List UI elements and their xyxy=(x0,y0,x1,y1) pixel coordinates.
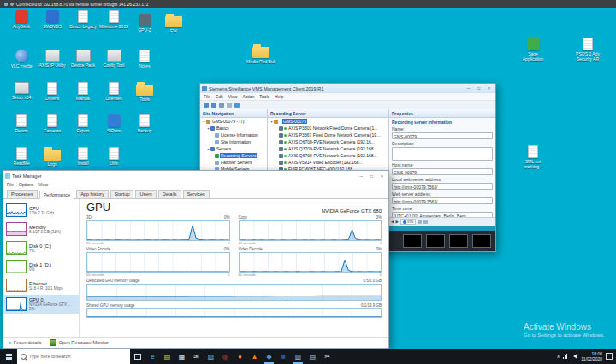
notification-center-icon[interactable] xyxy=(606,353,613,360)
tray-chevron-up-icon[interactable]: ∧ xyxy=(557,354,560,359)
tree-item[interactable]: ▾ Basics xyxy=(200,125,267,132)
camera-preview-thumb[interactable] xyxy=(449,234,468,248)
close-icon[interactable]: × xyxy=(484,85,494,92)
device-tree-item[interactable]: AXIS Q6708-PVE Network Camera (192.16... xyxy=(268,138,388,145)
task-manager-menu-item[interactable]: View xyxy=(38,182,48,187)
search-input[interactable] xyxy=(29,354,127,359)
task-manager-tab[interactable]: Startup xyxy=(110,190,134,198)
property-value[interactable]: http://gms-00079:7563/ xyxy=(392,197,493,204)
desktop-icon[interactable]: Manual xyxy=(68,82,98,101)
task-manager-menu-item[interactable]: File xyxy=(7,182,14,187)
desktop-icon[interactable]: SWDVD5 xyxy=(38,10,67,29)
desktop-icon[interactable]: Bosch Legacy xyxy=(68,10,98,29)
tree-item[interactable]: Failover Servers xyxy=(200,159,267,166)
desktop-icon[interactable]: VLC media xyxy=(7,50,36,68)
desktop-icon[interactable]: ReadMe xyxy=(7,147,36,166)
minimize-icon[interactable]: ─ xyxy=(357,173,366,180)
tree-item[interactable]: Recording Servers xyxy=(200,152,267,159)
property-value[interactable] xyxy=(392,147,493,161)
performance-sidebar-item[interactable]: Disk 1 (D:) 0% xyxy=(3,257,79,276)
tab-info[interactable]: Info xyxy=(400,219,417,225)
desktop-icon[interactable]: Media Red Bull xyxy=(246,44,275,64)
desktop-icon[interactable]: Sage Application xyxy=(518,38,548,62)
task-view-button[interactable] xyxy=(130,349,145,364)
taskbar-app-icon[interactable]: ▤ xyxy=(160,349,175,364)
taskbar-app-icon[interactable]: ▥ xyxy=(291,349,305,364)
tree-item[interactable]: Site Information xyxy=(200,138,267,145)
performance-sidebar-item[interactable]: CPU 17% 2.31 GHz xyxy=(3,201,79,220)
maximize-icon[interactable]: □ xyxy=(367,173,376,180)
tab-failover-icon[interactable] xyxy=(424,220,428,224)
task-manager-menu-item[interactable]: Options xyxy=(19,182,33,187)
task-manager-tab[interactable]: Users xyxy=(135,190,156,198)
performance-sidebar-item[interactable]: Disk 0 (C:) 7% xyxy=(3,238,79,257)
property-value[interactable]: GMS-00079 xyxy=(392,132,493,139)
desktop-icon[interactable]: Setup x64 xyxy=(7,82,36,100)
task-manager-tab[interactable]: Services xyxy=(183,190,210,198)
performance-sidebar-item[interactable]: GPU 0 NVIDIA GeForce GTX ... 5% xyxy=(3,295,79,314)
taskbar-app-icon[interactable]: ◎ xyxy=(218,349,233,364)
toolbar-icon[interactable] xyxy=(234,103,240,108)
desktop-icon[interactable]: Utils xyxy=(99,147,128,166)
taskbar-search[interactable] xyxy=(17,349,130,364)
property-value[interactable]: GMS-00079 xyxy=(392,168,493,175)
tree-item[interactable]: ▾ GMS-00079 - (7) xyxy=(200,118,267,125)
device-tree-item[interactable]: ▾ GMS-00079 xyxy=(268,118,388,125)
desktop-icon[interactable]: Cameras xyxy=(38,114,67,133)
taskbar-app-icon[interactable]: ▦ xyxy=(175,349,189,364)
toolbar-icon[interactable] xyxy=(211,103,216,108)
desktop-icon[interactable]: Drivers xyxy=(38,82,67,101)
device-tree-item[interactable]: AXIS P3301 Network Fixed Dome Camera (1.… xyxy=(268,125,388,132)
camera-preview-thumb[interactable] xyxy=(472,234,491,248)
task-manager-tab[interactable]: App history xyxy=(76,190,109,198)
desktop-icon[interactable]: SiPass xyxy=(99,114,128,133)
tab-storage-icon[interactable] xyxy=(418,220,422,224)
tab-scroll-left-icon[interactable]: ◀ xyxy=(391,220,394,224)
desktop-icon[interactable]: Config Tool xyxy=(99,50,128,68)
desktop-icon[interactable]: Report xyxy=(7,114,36,133)
device-tree-item[interactable]: AXIS V5914 Video Encoder (192.168... xyxy=(268,159,388,166)
close-icon[interactable]: × xyxy=(377,173,387,180)
desktop-icon[interactable]: Install xyxy=(68,147,98,166)
desktop-icon[interactable]: Tools xyxy=(130,82,159,102)
vms-menu-item[interactable]: View xyxy=(228,94,238,99)
vms-menu-item[interactable]: Edit xyxy=(216,94,223,99)
taskbar-app-icon[interactable]: ■ xyxy=(276,349,291,364)
camera-preview-thumb[interactable] xyxy=(426,234,445,248)
device-tree-item[interactable]: AXIS Q3709-PVE Network Camera (192.168..… xyxy=(268,145,388,152)
device-tree-item[interactable]: AXIS P3367 Fixed Dome Network Camera (19… xyxy=(268,132,388,138)
desktop-icon[interactable]: AXIS IP Utility xyxy=(38,50,67,68)
desktop-icon[interactable]: PSOS 1 Adv Security AR xyxy=(573,38,602,62)
minimize-icon[interactable]: ─ xyxy=(464,85,473,92)
fewer-details-button[interactable]: ∧ Fewer details xyxy=(9,340,41,345)
taskbar-app-icon[interactable]: ✉ xyxy=(189,349,204,364)
task-manager-tab[interactable]: Details xyxy=(158,190,181,198)
taskbar-app-icon[interactable]: ▤ xyxy=(305,349,320,364)
start-button[interactable] xyxy=(0,349,17,364)
task-manager-tab[interactable]: Processes xyxy=(7,190,38,198)
desktop-icon[interactable]: GPU-Z xyxy=(130,14,159,32)
vms-titlebar[interactable]: Siemens Siveillance VMS Management Clien… xyxy=(200,84,495,93)
taskbar-app-icon[interactable]: ✂ xyxy=(320,349,335,364)
desktop-icon[interactable]: Backup xyxy=(130,114,159,133)
open-resource-monitor-link[interactable]: Open Resource Monitor xyxy=(50,339,108,346)
task-manager-tab[interactable]: Performance xyxy=(39,191,75,199)
property-value[interactable]: http://gms-00079:7563/ xyxy=(392,183,493,190)
maximize-icon[interactable]: □ xyxy=(474,85,483,92)
taskbar-app-icon[interactable]: ▧ xyxy=(204,349,218,364)
volume-icon[interactable] xyxy=(571,354,578,359)
performance-sidebar-item[interactable]: Ethernet S: 8.4 R: 10.1 Mbps xyxy=(3,276,79,295)
desktop-icon[interactable]: Logs xyxy=(38,147,67,167)
toolbar-icon[interactable] xyxy=(219,103,224,108)
taskbar-app-icon[interactable]: ▲ xyxy=(247,349,262,364)
desktop-icon[interactable]: Notes xyxy=(130,50,159,68)
taskbar-app-icon[interactable]: ◆ xyxy=(262,349,276,364)
vms-menu-item[interactable]: Help xyxy=(275,94,283,99)
desktop-icon[interactable]: FW xyxy=(159,14,188,33)
desktop-icon[interactable]: AnyDesk xyxy=(7,10,36,29)
desktop-icon[interactable]: SML not working - Alignm... xyxy=(518,145,548,169)
tray-clock[interactable]: 18:06 11/02/2020 xyxy=(581,351,602,361)
performance-sidebar-item[interactable]: Memory 8.6/27.9 GB (31%) xyxy=(3,220,79,238)
desktop-icon[interactable]: Milestone 2019 xyxy=(99,10,128,29)
taskbar-app-icon[interactable]: ● xyxy=(233,349,247,364)
